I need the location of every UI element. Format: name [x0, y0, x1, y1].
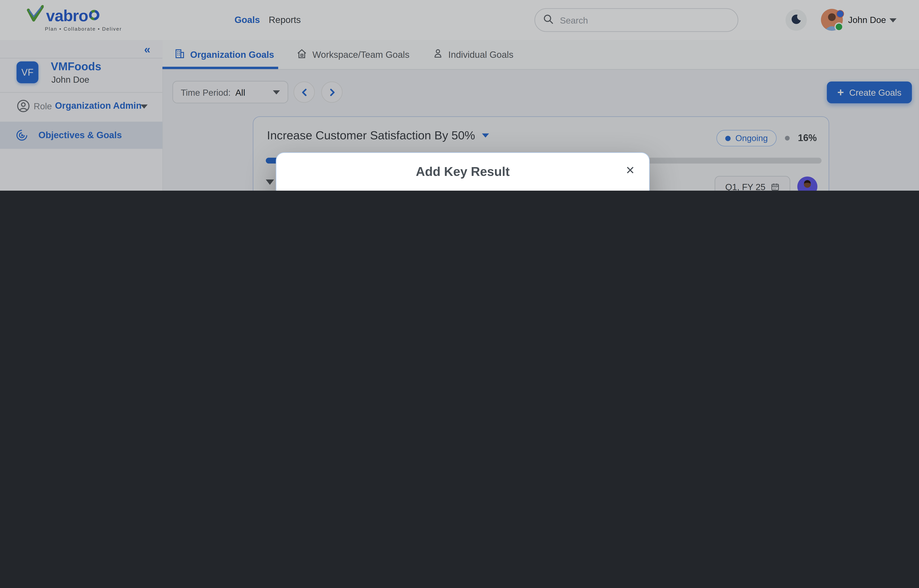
app-root: vabro Plan • Collaborate • Deliver Goals…	[0, 0, 919, 191]
close-icon[interactable]: ✕	[625, 163, 635, 177]
modal-title: Add Key Result	[276, 165, 649, 179]
add-key-result-modal: Add Key Result ✕ Name* Develop a mobile …	[276, 152, 650, 191]
